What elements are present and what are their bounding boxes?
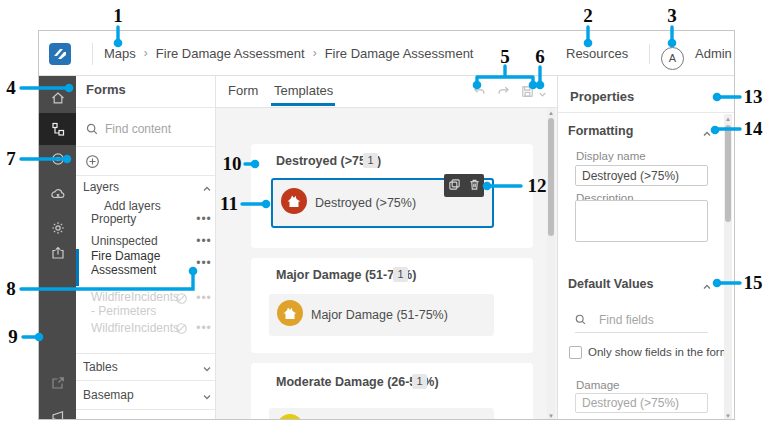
find-fields-input[interactable] <box>597 312 701 328</box>
breadcrumb-form-name: Fire Damage Assessment <box>325 46 474 61</box>
default-values-section-header[interactable]: Default Values <box>568 277 653 291</box>
template-card-major[interactable]: Major Damage (51-75%) <box>269 294 494 336</box>
selected-layer-indicator <box>76 249 79 286</box>
templates-panel: Form Templates Destroye <box>216 76 557 420</box>
add-layers-button[interactable]: Add layers <box>104 199 161 213</box>
delete-trash-icon[interactable] <box>468 177 481 195</box>
chevron-up-icon[interactable] <box>702 125 712 143</box>
callout-14: 14 <box>744 118 763 140</box>
duplicate-icon[interactable] <box>448 177 461 195</box>
screenshot-stage: Maps › Fire Damage Assessment › Fire Dam… <box>0 0 773 423</box>
callout-11: 11 <box>220 193 238 215</box>
forms-panel: Forms Add layers Layers Property ••• Uni… <box>76 76 216 420</box>
breadcrumb-map-name[interactable]: Fire Damage Assessment <box>156 46 305 61</box>
callout-3: 3 <box>667 5 677 27</box>
avatar[interactable]: A <box>661 47 684 70</box>
undo-icon[interactable] <box>472 84 487 103</box>
logo-glyph-icon <box>52 46 68 62</box>
callout-1: 1 <box>113 5 123 27</box>
active-tab-underline <box>271 103 335 106</box>
layer-item-wildfire-incidents[interactable]: WildfireIncidents <box>91 321 169 335</box>
properties-panel: Properties Formatting Display name Descr… <box>557 76 735 420</box>
chevron-right-icon: › <box>313 46 317 60</box>
display-name-input[interactable] <box>575 165 708 186</box>
tab-bar: Form Templates <box>216 76 557 108</box>
tab-templates[interactable]: Templates <box>274 76 333 106</box>
major-damage-symbol-icon <box>277 300 303 330</box>
header-divider <box>92 43 93 65</box>
templates-scroll-area: Destroyed (>75%) 1 Destroyed (>75%) <box>216 108 557 420</box>
forms-icon[interactable] <box>39 113 76 145</box>
layer-menu-ellipsis-icon[interactable]: ••• <box>196 321 212 335</box>
tables-section-header[interactable]: Tables <box>83 360 118 374</box>
chevron-down-icon[interactable] <box>202 388 212 406</box>
layer-menu-ellipsis-icon[interactable]: ••• <box>196 256 212 270</box>
forms-panel-title: Forms <box>86 82 126 97</box>
chevron-up-icon[interactable] <box>702 278 712 296</box>
layer-item-fire-damage-assessment[interactable]: Fire Damage Assessment <box>91 249 177 277</box>
callout-6: 6 <box>535 46 545 68</box>
template-card-label: Destroyed (>75%) <box>315 196 416 210</box>
save-icon[interactable] <box>520 84 535 103</box>
scroll-up-icon[interactable]: ▲ <box>547 109 555 117</box>
callout-15: 15 <box>744 272 763 294</box>
resources-link[interactable]: Resources <box>566 31 628 76</box>
not-allowed-icon <box>175 321 188 339</box>
user-menu[interactable]: Admin <box>695 31 732 76</box>
save-menu-chevron-icon[interactable] <box>537 86 548 104</box>
header-divider <box>649 44 650 64</box>
template-card-moderate[interactable]: Moderate Damage (26-50%) <box>269 408 494 420</box>
layers-section-header[interactable]: Layers <box>83 180 119 194</box>
basemap-section-header[interactable]: Basemap <box>83 388 134 402</box>
scroll-up-icon[interactable]: ▲ <box>724 115 732 123</box>
callout-10: 10 <box>223 153 242 175</box>
formatting-section-header[interactable]: Formatting <box>568 124 633 138</box>
layer-item-uninspected[interactable]: Uninspected <box>91 234 177 248</box>
tab-form[interactable]: Form <box>228 76 258 106</box>
announcements-icon[interactable] <box>39 401 76 420</box>
scrollbar-thumb[interactable] <box>725 125 731 222</box>
app-header: Maps › Fire Damage Assessment › Fire Dam… <box>39 31 735 76</box>
search-icon <box>85 122 99 140</box>
home-icon[interactable] <box>39 82 76 114</box>
not-allowed-icon <box>175 291 188 309</box>
display-name-label: Display name <box>576 150 646 162</box>
templates-scrollbar[interactable]: ▲ ▼ <box>547 108 555 420</box>
offline-cloud-icon[interactable] <box>39 178 76 210</box>
scrollbar-thumb[interactable] <box>548 118 554 236</box>
only-show-fields-label: Only show fields in the form <box>588 346 729 358</box>
destroyed-symbol-icon <box>281 188 307 218</box>
chevron-right-icon: › <box>144 46 148 60</box>
properties-scrollbar[interactable]: ▲ ▼ <box>724 114 732 420</box>
template-group-destroyed: Destroyed (>75%) 1 Destroyed (>75%) <box>251 144 533 248</box>
search-icon <box>574 312 587 330</box>
app-window: Maps › Fire Damage Assessment › Fire Dam… <box>38 30 735 420</box>
chevron-down-icon[interactable] <box>202 360 212 378</box>
layer-menu-ellipsis-icon[interactable]: ••• <box>196 291 212 305</box>
layer-menu-ellipsis-icon[interactable]: ••• <box>196 234 212 248</box>
template-actions-toolbar <box>444 174 484 197</box>
template-count-badge: 1 <box>412 374 427 389</box>
add-circle-icon <box>85 154 100 173</box>
app-logo-icon[interactable] <box>49 43 71 65</box>
layer-menu-ellipsis-icon[interactable]: ••• <box>196 212 212 226</box>
geofences-icon[interactable] <box>39 143 76 175</box>
sharing-icon[interactable] <box>39 237 76 269</box>
template-count-badge: 1 <box>363 153 378 168</box>
redo-icon[interactable] <box>496 84 511 103</box>
only-show-fields-checkbox[interactable] <box>569 346 582 359</box>
callout-8: 8 <box>6 278 16 300</box>
find-content-input[interactable] <box>103 121 207 137</box>
description-textarea[interactable] <box>575 200 708 242</box>
damage-field-value[interactable] <box>575 393 708 413</box>
callout-13: 13 <box>744 86 763 108</box>
open-in-new-icon[interactable] <box>39 367 76 399</box>
chevron-up-icon[interactable] <box>202 180 212 198</box>
layer-item-property[interactable]: Property <box>91 212 177 226</box>
scroll-down-icon[interactable]: ▼ <box>547 412 555 420</box>
scroll-down-icon[interactable]: ▼ <box>724 412 732 420</box>
properties-panel-title: Properties <box>570 89 634 104</box>
breadcrumb: Maps › Fire Damage Assessment › Fire Dam… <box>104 31 473 76</box>
breadcrumb-maps[interactable]: Maps <box>104 46 136 61</box>
layer-item-wildfire-perimeters[interactable]: WildfireIncidents - Perimeters <box>91 290 169 318</box>
